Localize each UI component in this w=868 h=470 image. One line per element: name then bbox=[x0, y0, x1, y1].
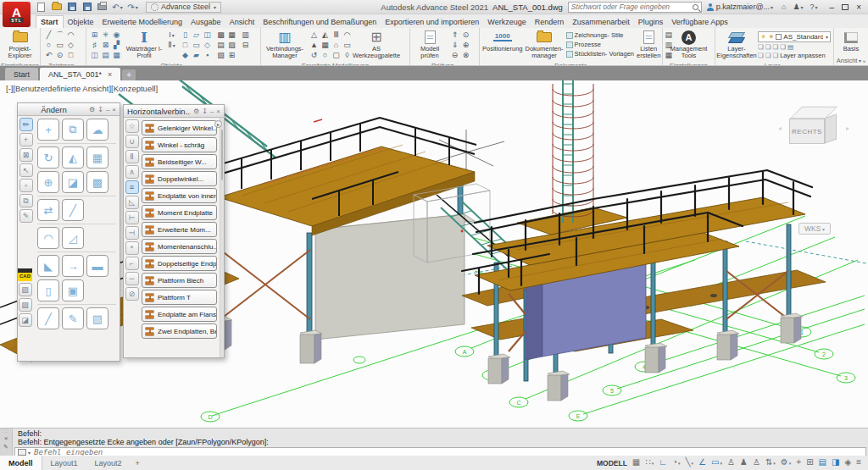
status-toggle-icon[interactable]: ⚙ bbox=[781, 458, 791, 467]
grating-tool-icon[interactable]: ⊞ bbox=[226, 50, 237, 60]
status-toggle-icon[interactable]: ≡ bbox=[856, 458, 861, 467]
layer-tool-icon[interactable]: ▤ bbox=[787, 43, 793, 51]
document-manager-button[interactable]: Dokumenten-manager bbox=[526, 30, 564, 60]
layout-tab[interactable]: Modell bbox=[0, 456, 42, 470]
share-icon[interactable]: ♟ bbox=[793, 3, 803, 11]
ribbon-tab[interactable]: Ansicht bbox=[225, 16, 259, 28]
status-toggle-icon[interactable]: ∠ bbox=[698, 458, 706, 467]
new-layout-button[interactable]: + bbox=[131, 459, 145, 467]
connection-category-icon[interactable]: ∽ bbox=[125, 272, 139, 285]
draw-tool-icon[interactable]: ○ bbox=[43, 40, 54, 50]
command-history[interactable]: Befehl: Befehl: Entgegengesetzte Ecke an… bbox=[13, 429, 868, 447]
create-lists-button[interactable]: Listen erstellen bbox=[637, 30, 660, 60]
layer-tool-icon[interactable]: ❏ bbox=[758, 43, 764, 51]
object-tool-icon[interactable]: ◫ bbox=[89, 50, 100, 60]
plate-tool-icon[interactable]: ◆ bbox=[180, 50, 191, 60]
app-icon[interactable]: A STL bbox=[3, 2, 31, 27]
restore-button[interactable] bbox=[842, 4, 849, 10]
layer-dropdown[interactable]: ☀ ☀ AS_Standard bbox=[758, 31, 831, 42]
search-input[interactable] bbox=[571, 3, 691, 11]
flyout-arrow-icon[interactable]: ▸ bbox=[214, 120, 222, 128]
connection-category-icon[interactable]: ⊘ bbox=[125, 287, 139, 301]
signed-in-user[interactable]: p.katzmaier@... bbox=[716, 3, 773, 11]
draw-tool-icon[interactable]: ⌒ bbox=[54, 30, 65, 40]
status-toggle-icon[interactable]: ⇅ bbox=[765, 458, 776, 467]
redo-icon[interactable]: ↷ bbox=[127, 2, 138, 12]
advanced-tool-icon[interactable]: ▲ bbox=[309, 40, 320, 50]
connection-category-icon[interactable]: ☆ bbox=[125, 119, 139, 133]
modify-category-icon[interactable]: ✏ bbox=[19, 118, 33, 131]
drawing-styles-button[interactable]: Zeichnungs- Stile bbox=[566, 31, 634, 39]
ribbon-tab[interactable]: Plugins bbox=[634, 16, 668, 28]
pin-icon[interactable]: ↧ bbox=[202, 108, 208, 115]
object-tool-icon[interactable]: ▞ bbox=[111, 40, 122, 50]
modify-tool-button[interactable]: ▩ bbox=[86, 171, 108, 193]
connection-manager-button[interactable]: ▥ Verbindungs-Manager bbox=[264, 30, 306, 60]
status-toggle-icon[interactable]: ♟ bbox=[740, 458, 748, 467]
modify-tool-button[interactable]: ✎ bbox=[62, 307, 84, 329]
ribbon-tab[interactable]: Werkzeuge bbox=[483, 16, 530, 28]
layer-tool-icon[interactable]: ❏ bbox=[765, 52, 771, 59]
modify-tool-button[interactable]: ▯ bbox=[37, 279, 59, 301]
connection-category-icon[interactable]: Ⅱ bbox=[125, 150, 139, 163]
file-tab-drawing[interactable]: ANL_STA_001* × bbox=[40, 68, 120, 80]
layer-tool-icon[interactable]: ❏ bbox=[758, 52, 764, 59]
help-icon[interactable]: ? bbox=[810, 3, 818, 11]
close-icon[interactable]: × bbox=[4, 434, 8, 442]
ribbon-tab[interactable]: Rendern bbox=[531, 16, 569, 28]
object-tool-icon[interactable]: ✳ bbox=[100, 30, 111, 40]
status-toggle-icon[interactable]: ◔ bbox=[672, 458, 681, 467]
draw-tool-icon[interactable]: ⊙ bbox=[54, 50, 65, 60]
modify-tool-button[interactable]: ▦ bbox=[86, 147, 108, 169]
minimize-icon[interactable]: – bbox=[210, 108, 214, 115]
app-store-icon[interactable]: ⌂ bbox=[782, 3, 786, 11]
modify-tool-button[interactable]: ▧ bbox=[86, 307, 108, 329]
draw-tool-icon[interactable]: ◇ bbox=[65, 40, 76, 50]
connection-button[interactable]: Doppelwinkel... bbox=[142, 171, 217, 186]
connection-button[interactable]: Momentenanschlu... bbox=[142, 239, 217, 254]
object-tool-icon[interactable]: ⊠ bbox=[100, 40, 111, 50]
plate-tool-icon[interactable]: ◇ bbox=[202, 40, 213, 50]
advanced-tool-icon[interactable]: ▢ bbox=[331, 50, 342, 60]
viewport-controls-label[interactable]: [-][Benutzerdefinierte Ansicht][Konzeptu… bbox=[6, 84, 158, 93]
recent-commands-icon[interactable]: ▾ bbox=[28, 450, 31, 456]
modify-category-icon[interactable]: ◪ bbox=[19, 313, 32, 327]
project-explorer-button[interactable]: Projekt-Explorer bbox=[3, 30, 37, 60]
ribbon-tab[interactable]: Verfügbare Apps bbox=[667, 16, 732, 28]
advanced-tool-icon[interactable]: ▦ bbox=[320, 40, 331, 50]
modify-category-icon[interactable]: ▨ bbox=[19, 298, 32, 312]
customize-icon[interactable]: ✎ bbox=[3, 444, 8, 451]
status-toggle-icon[interactable]: ▤ bbox=[819, 458, 826, 467]
view-cube[interactable]: RECHTS ◂ ▸ bbox=[785, 104, 844, 158]
modify-tool-button[interactable]: ╱ bbox=[62, 199, 84, 221]
save-as-icon[interactable] bbox=[81, 2, 92, 12]
modify-tool-button[interactable]: ◭ bbox=[62, 147, 84, 169]
advanced-tool-icon[interactable]: ↺ bbox=[309, 50, 320, 60]
draw-tool-icon[interactable]: ↶ bbox=[43, 50, 54, 60]
modify-tool-button[interactable]: ⊕ bbox=[37, 171, 59, 193]
object-tool-icon[interactable]: ▤ bbox=[100, 50, 111, 60]
modify-tool-button[interactable]: ◿ bbox=[62, 227, 84, 249]
connection-category-icon[interactable]: ∧ bbox=[125, 165, 139, 179]
plate-tool-icon[interactable]: □ bbox=[180, 40, 191, 50]
help-search[interactable] bbox=[568, 2, 702, 13]
processes-button[interactable]: Prozesse bbox=[566, 41, 634, 48]
object-tool-icon[interactable]: ◉ bbox=[111, 30, 122, 40]
layer-tool-icon[interactable]: ❏ bbox=[772, 43, 778, 51]
check-tool-icon[interactable]: ⊙ bbox=[460, 30, 471, 40]
status-toggle-icon[interactable]: + bbox=[796, 458, 801, 467]
status-toggle-icon[interactable]: ▭ bbox=[711, 458, 722, 467]
status-toggle-icon[interactable]: ◈ bbox=[844, 458, 851, 467]
connections-palette-titlebar[interactable]: Horizontalverbin... ⚙ ↧ – × bbox=[124, 105, 224, 118]
layer-tool-icon[interactable]: ❏ bbox=[780, 43, 786, 51]
check-tool-icon[interactable]: ⇑ bbox=[449, 30, 460, 40]
grating-tool-icon[interactable]: ▩ bbox=[215, 30, 226, 40]
open-icon[interactable] bbox=[51, 2, 62, 12]
view-cube-left-arrow-icon[interactable]: ◂ bbox=[778, 124, 782, 132]
plate-tool-icon[interactable]: ▯ bbox=[180, 30, 191, 40]
gear-icon[interactable]: ⚙ bbox=[193, 108, 199, 115]
palette-scrollbar[interactable] bbox=[220, 118, 224, 357]
modify-category-icon[interactable]: ↖ bbox=[19, 163, 33, 177]
modify-category-icon[interactable]: ✎ bbox=[19, 209, 33, 223]
plate-tool-icon[interactable]: ◫ bbox=[202, 30, 213, 40]
